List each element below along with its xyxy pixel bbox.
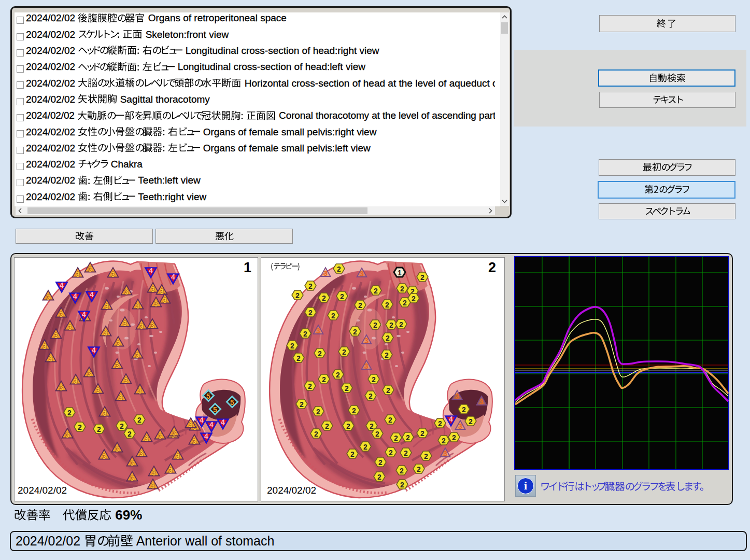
svg-text:i: i <box>524 479 527 492</box>
